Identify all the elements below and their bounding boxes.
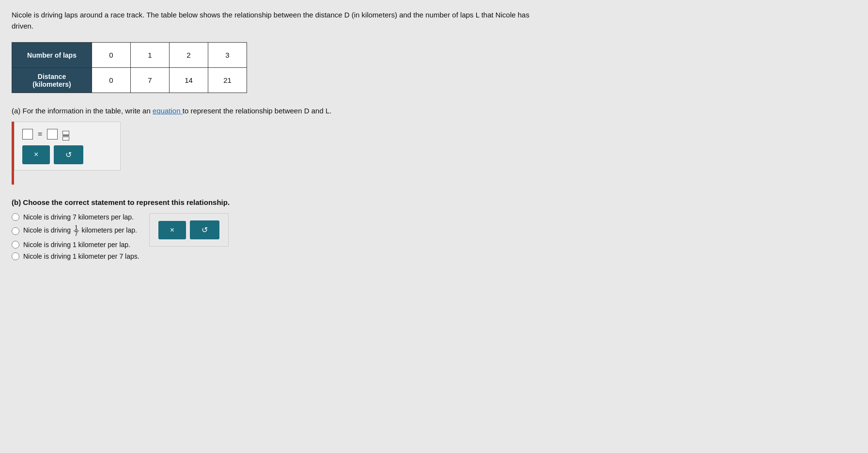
equation-display: = xyxy=(22,128,112,141)
fraction-1-7: 1 7 xyxy=(74,225,79,237)
option-4-text: Nicole is driving 1 kilometer per 7 laps… xyxy=(23,252,140,260)
equation-link[interactable]: equation xyxy=(153,107,183,115)
equals-sign: = xyxy=(38,130,42,139)
problem-intro: Nicole is driving laps around a race tra… xyxy=(12,10,544,31)
clear-button-b[interactable]: × xyxy=(158,221,186,239)
radio-option-3[interactable] xyxy=(12,241,19,249)
fraction-icon[interactable] xyxy=(62,128,69,141)
answer-area-part-a: = × ↺ xyxy=(12,122,856,185)
part-b-section: (b) Choose the correct statement to repr… xyxy=(12,198,856,260)
radio-option-1[interactable] xyxy=(12,213,19,221)
dist-val-3: 21 xyxy=(208,68,247,93)
option-3[interactable]: Nicole is driving 1 kilometer per lap. xyxy=(12,241,140,249)
answer-area-part-b: Nicole is driving 7 kilometers per lap. … xyxy=(12,213,856,260)
option-1-text: Nicole is driving 7 kilometers per lap. xyxy=(23,213,134,221)
option-1[interactable]: Nicole is driving 7 kilometers per lap. xyxy=(12,213,140,221)
row-header-laps: Number of laps xyxy=(12,43,92,68)
option-2[interactable]: Nicole is driving 1 7 kilometers per lap… xyxy=(12,225,140,237)
option-3-text: Nicole is driving 1 kilometer per lap. xyxy=(23,241,130,249)
equation-right-box[interactable] xyxy=(47,129,58,140)
undo-button[interactable]: ↺ xyxy=(54,145,83,164)
part-b-label: (b) Choose the correct statement to repr… xyxy=(12,198,856,206)
laps-val-0: 0 xyxy=(92,43,131,68)
equation-button-row: × ↺ xyxy=(22,145,112,164)
equation-input-box: = × ↺ xyxy=(14,122,121,171)
row-header-distance: Distance (kilometers) xyxy=(12,68,92,93)
dist-val-0: 0 xyxy=(92,68,131,93)
option-4[interactable]: Nicole is driving 1 kilometer per 7 laps… xyxy=(12,252,140,260)
dist-val-2: 14 xyxy=(170,68,208,93)
part-a-label: (a) For the information in the table, wr… xyxy=(12,107,448,115)
radio-option-4[interactable] xyxy=(12,252,19,260)
part-b-button-box: × ↺ xyxy=(149,213,229,247)
clear-button[interactable]: × xyxy=(22,145,50,164)
radio-options: Nicole is driving 7 kilometers per lap. … xyxy=(12,213,140,260)
data-table: Number of laps 0 1 2 3 Distance (kilomet… xyxy=(12,42,247,93)
undo-button-b[interactable]: ↺ xyxy=(190,220,219,239)
dist-val-1: 7 xyxy=(131,68,170,93)
radio-option-2[interactable] xyxy=(12,227,19,235)
laps-val-1: 1 xyxy=(131,43,170,68)
laps-val-2: 2 xyxy=(170,43,208,68)
laps-val-3: 3 xyxy=(208,43,247,68)
equation-left-box[interactable] xyxy=(22,129,33,140)
option-2-text: Nicole is driving 1 7 kilometers per lap… xyxy=(23,225,137,237)
